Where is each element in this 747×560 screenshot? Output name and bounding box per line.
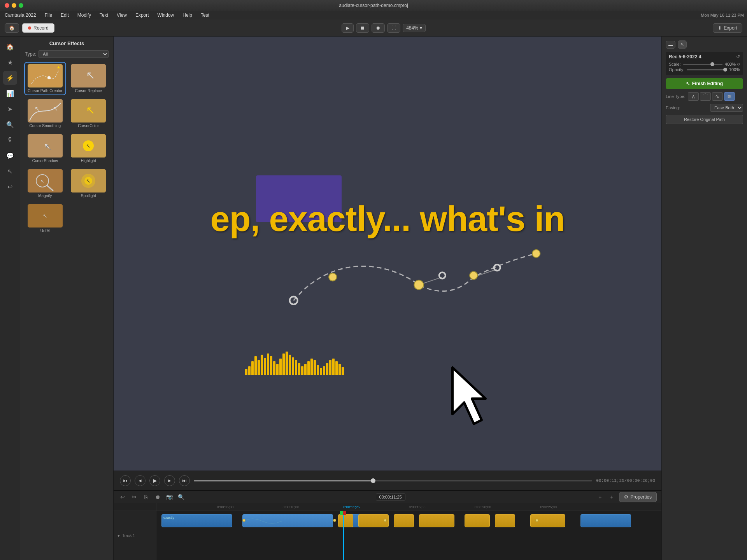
- scale-slider[interactable]: [683, 64, 722, 65]
- audio-icon[interactable]: 🎙: [3, 133, 17, 147]
- favorites-icon[interactable]: ★: [3, 55, 17, 69]
- zoom-plus-btn[interactable]: +: [596, 493, 604, 501]
- menu-file[interactable]: File: [43, 12, 54, 19]
- close-button[interactable]: [5, 3, 9, 8]
- rec-name: Rec 5-6-2022 4: [669, 54, 701, 60]
- menu-modify[interactable]: Modify: [76, 12, 93, 19]
- menu-help[interactable]: Help: [181, 12, 194, 19]
- easing-label: Easing:: [666, 105, 680, 110]
- cs-thumb-svg: ↖ ↖: [28, 99, 63, 122]
- annotations-icon[interactable]: 📊: [3, 86, 17, 100]
- opacity-slider[interactable]: [687, 69, 725, 70]
- cursor-tool-icon[interactable]: ↖: [3, 164, 17, 178]
- refresh-icon[interactable]: ↺: [736, 54, 740, 60]
- frame-fwd-btn[interactable]: ►: [164, 475, 175, 486]
- effect-cursor-color[interactable]: ↖ CursorColor: [68, 98, 109, 130]
- record2-btn[interactable]: ⏺: [372, 23, 385, 33]
- export-button[interactable]: ⬆ Export: [713, 23, 742, 33]
- line-type-4[interactable]: ≋: [724, 92, 735, 101]
- menu-export[interactable]: Export: [134, 12, 151, 19]
- effect-uofm[interactable]: ↖ UofM: [25, 203, 65, 234]
- playback-slider[interactable]: [194, 480, 592, 481]
- undo-btn[interactable]: ↩: [118, 493, 127, 501]
- clip-blue-2[interactable]: [242, 514, 333, 527]
- video-icon-btn[interactable]: ▬: [666, 41, 675, 49]
- type-dropdown[interactable]: All: [39, 50, 109, 58]
- stop-toolbar-btn[interactable]: ⏹: [356, 23, 369, 33]
- menu-app[interactable]: Camtasia 2022: [3, 12, 38, 19]
- clip-yellow-4[interactable]: [419, 514, 454, 527]
- subtitle-text: ep, exactly... what's in: [210, 199, 565, 239]
- track-headers: ▼ Track 1: [114, 503, 156, 560]
- line-type-3[interactable]: ∿: [712, 92, 723, 101]
- unknown-icon[interactable]: ↩: [3, 180, 17, 194]
- effect-cursor-smoothing[interactable]: ↖ ↖ Cursor Smoothing: [25, 98, 65, 130]
- waveform-bar: [323, 366, 325, 375]
- add-track-btn[interactable]: +: [607, 493, 616, 501]
- svg-text:★: ★: [57, 65, 60, 70]
- scale-reset-icon[interactable]: ↺: [737, 62, 740, 66]
- svg-text:↖: ↖: [86, 104, 95, 116]
- menu-text[interactable]: Text: [98, 12, 110, 19]
- zoom-icon[interactable]: 🔍: [3, 117, 17, 131]
- canvas-area[interactable]: ep, exactly... what's in: [114, 37, 661, 471]
- record-button[interactable]: Record: [22, 23, 54, 33]
- transitions-icon[interactable]: ➤: [3, 102, 17, 116]
- crop-btn[interactable]: ⛶: [387, 23, 400, 33]
- effect-cursor-path-creator[interactable]: ★ Cursor Path Creator: [25, 63, 65, 94]
- export-label: Export: [724, 25, 737, 31]
- play-pause-btn[interactable]: ▶: [149, 475, 160, 486]
- clip-yellow-3[interactable]: [394, 514, 414, 527]
- opacity-thumb: [723, 68, 727, 72]
- step-back-btn[interactable]: ⏮: [120, 475, 131, 486]
- properties-button[interactable]: ⚙ Properties: [619, 492, 657, 502]
- copy-btn[interactable]: ⎘: [142, 493, 150, 501]
- effect-cursor-shadow[interactable]: ↖ ↖ CursorShadow: [25, 133, 65, 164]
- menu-window[interactable]: Window: [156, 12, 176, 19]
- waveform-bar: [261, 355, 263, 375]
- menu-view[interactable]: View: [115, 12, 128, 19]
- effect-cursor-replace[interactable]: ↖ Cursor Replace: [68, 63, 109, 94]
- play-toolbar-btn[interactable]: ▶: [342, 23, 354, 33]
- cut-btn[interactable]: ✂: [130, 493, 139, 501]
- cursor-tool-right[interactable]: ↖: [678, 40, 687, 49]
- clip-blue-1[interactable]: exactly: [161, 514, 232, 527]
- screenshot-btn[interactable]: 📷: [165, 493, 174, 501]
- restore-original-path-btn[interactable]: Restore Original Path: [666, 115, 743, 124]
- effect-thumb-magnify: ↖: [28, 169, 63, 192]
- track-content-area: 0:00:05;00 0:00:10;00 0:00:11;25 0:00:15…: [156, 503, 661, 560]
- left-sidebar: 🏠 ★ ⚡ 📊 ➤ 🔍 🎙 💬 ↖ ↩: [0, 37, 20, 560]
- zoom-minus-btn[interactable]: 🔍: [177, 493, 185, 501]
- menu-edit[interactable]: Edit: [59, 12, 70, 19]
- home-button[interactable]: 🏠: [5, 23, 19, 33]
- line-type-2[interactable]: ⌒: [700, 92, 711, 101]
- cpc-thumb-svg: ★: [28, 64, 63, 88]
- effect-spotlight[interactable]: ↖ Spotlight: [68, 168, 109, 200]
- menu-test[interactable]: Test: [199, 12, 211, 19]
- clip-yellow-1[interactable]: [338, 514, 353, 527]
- zoom-control[interactable]: 484% ▾: [403, 24, 426, 32]
- menubar: Camtasia 2022 File Edit Modify Text View…: [0, 11, 747, 19]
- line-type-buttons: ∧ ⌒ ∿ ≋: [688, 92, 735, 101]
- frame-back-btn[interactable]: ◄: [135, 475, 146, 486]
- effect-highlight[interactable]: ↖ Highlight: [68, 133, 109, 164]
- easing-dropdown[interactable]: Ease Both: [710, 104, 743, 112]
- effects-icon[interactable]: ⚡: [3, 71, 17, 85]
- effect-thumb-cpc: ★: [28, 64, 63, 88]
- fullscreen-button[interactable]: [19, 3, 23, 8]
- clip-yellow-5[interactable]: [465, 514, 490, 527]
- clip-yellow-6[interactable]: [495, 514, 515, 527]
- traffic-lights[interactable]: [5, 3, 23, 8]
- clip-blue-4[interactable]: [580, 514, 631, 527]
- step-fwd-btn[interactable]: ⏭: [179, 475, 190, 486]
- minimize-button[interactable]: [12, 3, 16, 8]
- media-icon[interactable]: 🏠: [3, 40, 17, 54]
- finish-editing-btn[interactable]: ↖ Finish Editing: [666, 78, 743, 89]
- svg-point-31: [414, 280, 423, 289]
- effect-magnify[interactable]: ↖ Magnify: [25, 168, 65, 200]
- playback-progress: [194, 480, 373, 481]
- record-timeline-btn[interactable]: ⏺: [153, 493, 162, 501]
- waveform-bar: [273, 361, 275, 375]
- captions-icon[interactable]: 💬: [3, 149, 17, 163]
- line-type-1[interactable]: ∧: [688, 92, 699, 101]
